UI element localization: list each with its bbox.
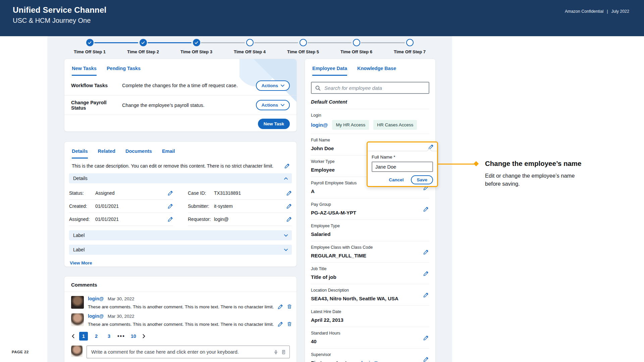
details-accordion-header[interactable]: Details <box>69 173 292 183</box>
comment-input-row <box>64 345 297 362</box>
edit-icon[interactable] <box>286 190 292 196</box>
field-label: Assigned: <box>69 217 95 222</box>
cancel-button[interactable]: Cancel <box>387 177 406 183</box>
tab-documents[interactable]: Documents <box>125 148 152 159</box>
task-description: Complete the changes for the a time off … <box>122 83 256 88</box>
stepper-step-3[interactable]: Time Off Step 3 <box>170 39 223 54</box>
app-title: Unified Service Channel <box>13 5 106 15</box>
stepper-step-4[interactable]: Time Off Step 4 <box>223 39 276 54</box>
comment-main: login@ Mar 30, 2022 These are comments. … <box>88 313 290 327</box>
comment-input-box[interactable] <box>87 346 290 358</box>
edit-icon[interactable] <box>278 321 283 327</box>
tab-email[interactable]: Email <box>162 148 175 159</box>
employee-field-latest-hire-date: Latest Hire Date April 22, 2013 <box>311 306 429 327</box>
app-header: Unified Service Channel USC & HCM Journe… <box>0 0 644 36</box>
step-label: Time Off Step 1 <box>74 49 106 54</box>
page-button-2[interactable]: 2 <box>92 332 101 341</box>
tab-new-tasks[interactable]: New Tasks <box>72 66 97 76</box>
popup-actions: Cancel Save <box>372 175 433 184</box>
view-more-link[interactable]: View More <box>64 255 297 267</box>
stepper-step-5[interactable]: Time Off Step 5 <box>276 39 330 54</box>
tab-pending-tasks[interactable]: Pending Tasks <box>107 66 141 76</box>
comment-author-link[interactable]: login@ <box>88 296 104 301</box>
edit-icon[interactable] <box>423 249 429 255</box>
tab-employee-data[interactable]: Employee Data <box>312 66 347 76</box>
trash-icon[interactable] <box>287 304 292 309</box>
employee-search-input[interactable] <box>324 85 425 91</box>
employee-field-label: Login <box>311 113 429 118</box>
login-link[interactable]: login@ <box>311 122 328 128</box>
edit-icon[interactable] <box>423 292 429 298</box>
comment-input[interactable] <box>91 349 270 355</box>
new-task-button[interactable]: New Task <box>258 119 290 129</box>
employee-field-value: Salaried <box>311 231 429 237</box>
stepper-step-6[interactable]: Time Off Step 6 <box>330 39 383 54</box>
task-row-change-payroll-status: Change Payroll Status Change the employe… <box>64 95 297 115</box>
employee-search-box[interactable] <box>311 82 429 94</box>
callout-diamond-icon <box>474 161 479 167</box>
task-title: Workflow Tasks <box>71 83 122 88</box>
next-page-icon[interactable] <box>142 334 146 338</box>
page-button-10[interactable]: 10 <box>129 332 138 341</box>
stepper-step-2[interactable]: Time Off Step 2 <box>116 39 170 54</box>
actions-button[interactable]: Actions <box>256 100 290 110</box>
edit-icon[interactable] <box>286 217 292 222</box>
callout-annotation: Change the employee’s name Edit or chang… <box>485 160 599 188</box>
field-label: Created: <box>69 203 95 209</box>
edit-icon[interactable] <box>423 357 429 362</box>
trash-icon[interactable] <box>287 321 292 327</box>
callout-body: Edit or change the employee’s name befor… <box>485 172 587 188</box>
comment-item: login@ Mar 30, 2022 These are comments. … <box>64 292 297 309</box>
edit-icon[interactable] <box>168 190 173 196</box>
employee-field-value: A <box>311 188 429 194</box>
comment-main: login@ Mar 30, 2022 These are comments. … <box>88 296 290 309</box>
accordion-title: Label <box>73 247 85 252</box>
employee-field-label: Pay Group <box>311 202 429 207</box>
tab-details[interactable]: Details <box>72 148 88 159</box>
actions-button[interactable]: Actions <box>256 80 290 91</box>
save-button[interactable]: Save <box>411 175 433 184</box>
detail-field-case-id: Case ID: TX31318891 <box>188 187 292 200</box>
edit-icon[interactable] <box>284 163 290 169</box>
full-name-input[interactable] <box>372 162 433 172</box>
detail-field-status: Status: Assigned <box>69 187 173 200</box>
details-tabs: DetailsRelatedDocumentsEmail <box>64 142 297 159</box>
edit-icon[interactable] <box>168 217 173 222</box>
chevron-up-icon <box>284 177 288 180</box>
collapsed-accordion[interactable]: Label <box>69 230 292 240</box>
comment-actions <box>278 304 292 309</box>
document-icon[interactable] <box>281 350 286 355</box>
date-label: July 2022 <box>611 9 629 14</box>
edit-icon[interactable] <box>423 206 429 212</box>
employee-field-login: Login login@My HR AccessHR Cases Access <box>311 109 429 134</box>
comment-author-link[interactable]: login@ <box>88 313 104 319</box>
stepper-step-7[interactable]: Time Off Step 7 <box>383 39 436 54</box>
prev-page-icon[interactable] <box>71 334 75 338</box>
edit-icon[interactable] <box>286 203 292 209</box>
microphone-icon[interactable] <box>274 350 278 355</box>
page-button-1[interactable]: 1 <box>79 332 88 341</box>
tab-knowledge-base[interactable]: Knowledge Base <box>357 66 396 76</box>
edit-icon[interactable] <box>423 335 429 341</box>
edit-icon[interactable] <box>423 271 429 276</box>
edit-icon[interactable] <box>278 304 283 309</box>
field-value: login@ <box>214 217 286 222</box>
search-icon <box>315 85 321 91</box>
edit-icon[interactable] <box>168 203 173 209</box>
accordion-title: Label <box>73 233 85 238</box>
progress-stepper: Time Off Step 1 Time Off Step 2 Time Off… <box>63 39 436 54</box>
supervisor-login-link[interactable]: login@ <box>361 360 378 362</box>
meta-separator: | <box>607 9 608 14</box>
stepper-step-1[interactable]: Time Off Step 1 <box>63 39 116 54</box>
comment-body: These are comments. This is another comm… <box>88 321 290 327</box>
tab-related[interactable]: Related <box>98 148 115 159</box>
step-check-icon <box>140 39 147 46</box>
case-description-row: This is the case description. You can ed… <box>64 159 297 169</box>
chevron-down-icon <box>281 84 284 87</box>
collapsed-accordion[interactable]: Label <box>69 245 292 255</box>
app-subtitle: USC & HCM Journey One <box>13 16 106 25</box>
employee-field-employee-type: Employee Type Salaried <box>311 220 429 241</box>
callout-connector-line <box>438 164 475 165</box>
page-button-3[interactable]: 3 <box>105 332 113 341</box>
employee-field-label: Latest Hire Date <box>311 309 429 314</box>
